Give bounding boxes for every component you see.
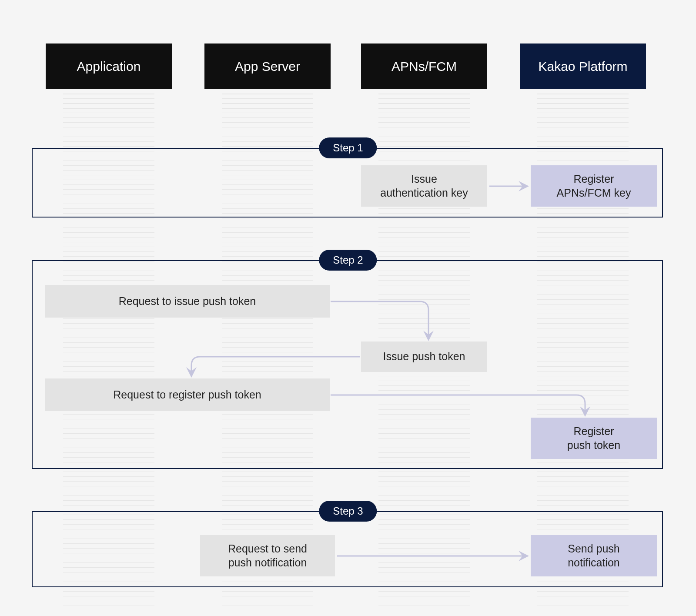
col-header-app-server: App Server <box>204 44 331 89</box>
node-req-issue-token: Request to issue push token <box>45 285 330 318</box>
step-1-pill: Step 1 <box>319 137 377 158</box>
col-header-kakao: Kakao Platform <box>520 44 646 89</box>
node-send-push: Send push notification <box>531 535 657 576</box>
node-req-send-push: Request to send push notification <box>200 535 335 576</box>
col-header-application: Application <box>46 44 172 89</box>
node-req-register-token: Request to register push token <box>45 378 330 411</box>
node-issue-auth-key: Issue authentication key <box>361 165 487 207</box>
col-header-apns-fcm: APNs/FCM <box>361 44 487 89</box>
node-issue-token: Issue push token <box>361 341 487 372</box>
step-3-pill: Step 3 <box>319 501 377 522</box>
node-register-key: Register APNs/FCM key <box>531 165 657 207</box>
node-register-token: Register push token <box>531 418 657 459</box>
step-2-pill: Step 2 <box>319 250 377 271</box>
diagram-canvas: Application App Server APNs/FCM Kakao Pl… <box>0 0 696 616</box>
